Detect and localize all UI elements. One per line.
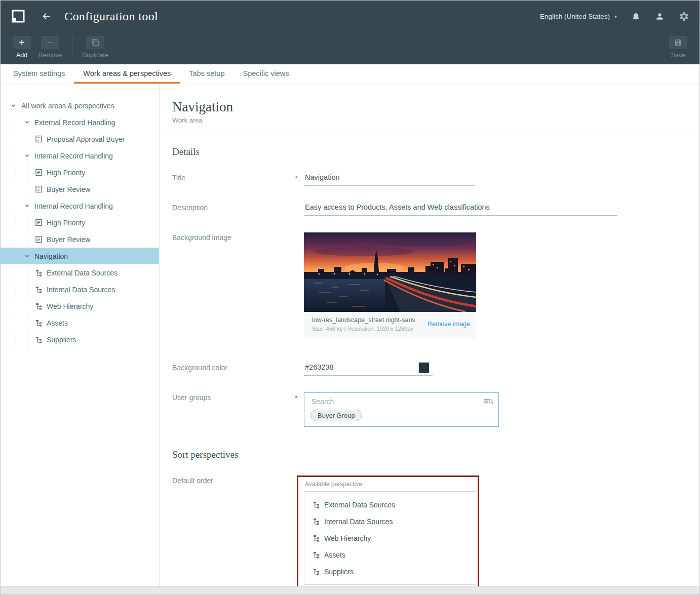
main-panel: Navigation Work area Details Title * Des… [160,84,699,586]
background-image-card: low-res_landscape_street night-sans Size… [304,232,476,338]
tree-item-internal-record-handling[interactable]: Internal Record Handling [1,197,159,214]
tree-item-label: External Data Sources [47,269,118,277]
tree-item-suppliers[interactable]: Suppliers [1,331,159,348]
remove-image-link[interactable]: Remove image [427,321,470,328]
tree-item-proposal-approval-buyer[interactable]: Proposal Approval Buyer [1,131,159,147]
description-input[interactable] [304,203,617,216]
divider [160,132,699,132]
tree-guide-line [16,298,16,314]
tree-item-label: Navigation [34,252,68,260]
tree-item-label: Internal Record Handling [34,202,113,210]
tree-list: External Record HandlingProposal Approva… [1,114,159,348]
remove-button[interactable]: − Remove [36,36,64,59]
tree-item-navigation[interactable]: Navigation [1,248,159,264]
app-header: Configuration tool English (United State… [1,1,699,32]
hierarchy-icon [313,535,320,542]
tree-item-label: Internal Record Handling [34,152,113,160]
tree-guide-line [27,314,27,331]
tree-root-all-work-areas[interactable]: All work areas & perspectives [1,97,159,114]
document-icon [35,135,42,143]
notifications-bell-icon[interactable] [631,12,641,21]
user-groups-box[interactable]: Buyer Group [304,392,499,427]
user-profile-icon[interactable] [655,12,665,21]
hierarchy-icon [35,269,42,276]
back-arrow-icon[interactable] [41,11,52,22]
chevron-down-icon[interactable] [24,253,30,259]
perspective-item-internal-data-sources[interactable]: Internal Data Sources [304,513,476,530]
save-button-label: Save [671,52,686,59]
color-swatch[interactable] [418,362,430,373]
tree-item-buyer-review[interactable]: Buyer Review [1,181,159,197]
bottom-status-strip [1,586,699,594]
background-color-label: Background color [172,363,295,376]
language-selector[interactable]: English (United States) ▾ [540,13,617,20]
tree-guide-line [27,298,27,314]
tree-item-external-record-handling[interactable]: External Record Handling [1,114,159,131]
save-button[interactable]: Save [664,36,692,59]
chevron-down-icon[interactable] [24,153,30,158]
tree-guide-line [16,248,16,264]
tree-item-label: Buyer Review [47,235,90,244]
tree-item-buyer-review[interactable]: Buyer Review [1,231,159,248]
chevron-down-icon[interactable] [11,103,16,108]
hierarchy-icon [313,551,320,559]
duplicate-icon [86,36,104,49]
tree-guide-line [16,164,16,181]
background-color-field: Background color [172,363,699,376]
tab-tabs-setup[interactable]: Tabs setup [180,64,234,84]
tree-item-high-priority[interactable]: High Priority [1,164,159,181]
tree-guide-line [16,264,16,281]
tree-guide-line [16,114,16,131]
background-color-input[interactable] [304,363,433,376]
configuration-tool-window: Configuration tool English (United State… [0,0,700,595]
title-input[interactable] [304,173,475,186]
tree-item-internal-record-handling[interactable]: Internal Record Handling [1,147,159,164]
available-perspective-list[interactable]: External Data SourcesInternal Data Sourc… [304,491,476,585]
perspective-item-suppliers[interactable]: Suppliers [304,563,476,580]
description-label: Description [172,203,295,216]
tab-system-settings[interactable]: System settings [4,64,74,84]
tree-item-internal-data-sources[interactable]: Internal Data Sources [1,281,159,298]
settings-gear-icon[interactable] [679,11,689,22]
tab-specific-views[interactable]: Specific views [234,64,298,84]
document-icon [35,185,42,193]
tab-work-areas-perspectives[interactable]: Work areas & perspectives [74,64,180,84]
image-filename: low-res_landscape_street night-sans [312,316,415,324]
hierarchy-icon [35,286,42,293]
add-button-label: Add [16,52,27,59]
required-asterisk: * [295,173,304,186]
tree-guide-line [16,131,16,147]
search-list-icon[interactable] [484,398,493,406]
user-group-chip[interactable]: Buyer Group [310,410,362,421]
perspective-item-label: Internal Data Sources [324,518,393,526]
title-label: Title [172,173,295,186]
tree-item-external-data-sources[interactable]: External Data Sources [1,264,159,281]
tree-item-label: Assets [47,319,68,327]
add-button[interactable]: + Add [8,36,36,59]
chevron-down-icon[interactable] [24,203,30,209]
work-areas-tree: All work areas & perspectives External R… [1,84,160,586]
sort-perspectives-heading: Sort perspectives [172,449,699,460]
tab-bar: System settingsWork areas & perspectives… [1,64,699,84]
image-caption-bar: low-res_landscape_street night-sans Size… [304,312,476,338]
chevron-down-icon[interactable] [24,120,30,125]
perspective-item-label: Suppliers [324,568,354,576]
tree-guide-line [16,314,16,331]
tree-item-assets[interactable]: Assets [1,314,159,331]
tree-guide-line [27,331,27,348]
tree-item-web-hierarchy[interactable]: Web Hierarchy [1,298,159,314]
tree-item-high-priority[interactable]: High Priority [1,214,159,231]
perspective-item-web-hierarchy[interactable]: Web Hierarchy [304,530,476,546]
app-logo-icon[interactable] [11,9,26,24]
perspective-item-external-data-sources[interactable]: External Data Sources [304,496,476,513]
tree-item-label: External Record Handling [34,118,115,127]
background-image-field: Background image [172,232,699,338]
user-groups-search-input[interactable] [310,397,484,406]
user-groups-field: User groups * [172,392,699,427]
hierarchy-icon [313,568,320,575]
perspective-item-assets[interactable]: Assets [304,546,476,563]
tree-item-label: Proposal Approval Buyer [47,135,125,143]
app-title: Configuration tool [64,10,158,23]
details-heading: Details [172,146,699,157]
duplicate-button[interactable]: Duplicate [81,36,109,59]
